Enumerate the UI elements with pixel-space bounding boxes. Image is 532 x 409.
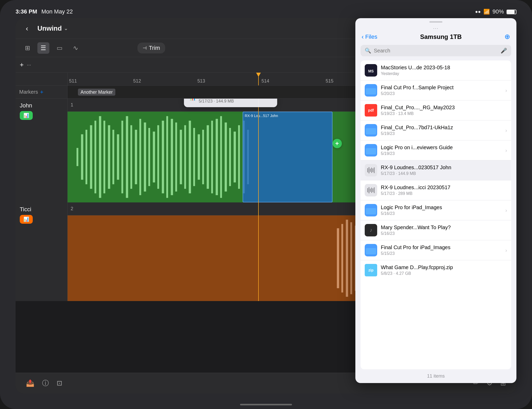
- battery-bar: [507, 10, 516, 14]
- fcp-sample-icon: [365, 84, 377, 97]
- tooltip-content: 📊 RX-9 Loudnes...0230517 John 5/17/23 · …: [189, 99, 272, 104]
- svg-rect-11: [126, 116, 128, 198]
- logic-guide-name: Logic Pro on i...eviewers Guide: [381, 145, 502, 151]
- files-list: MS MacStories U...de 2023-05-18 Yesterda…: [361, 60, 511, 369]
- region-view-button[interactable]: ▭: [54, 42, 66, 54]
- mic-icon[interactable]: 🎤: [501, 47, 507, 54]
- svg-rect-2: [85, 130, 87, 184]
- automation-button[interactable]: ∿: [70, 42, 81, 54]
- svg-rect-5: [99, 116, 101, 198]
- svg-rect-32: [220, 116, 222, 198]
- file-item-fcp-pdf[interactable]: pdf Final_Cut_Pro...._RG_May2023 5/19/23…: [361, 100, 511, 120]
- svg-rect-21: [171, 119, 173, 195]
- files-action-button[interactable]: ⊕: [504, 33, 510, 41]
- ipad-frame: 3:36 PM Mon May 22 ●● 📶 90% ‹ Unwind ⌄ ⏮: [0, 0, 532, 409]
- svg-rect-90: [371, 168, 372, 173]
- john-plugin-icon: 📊: [23, 113, 29, 118]
- handle-bar: [429, 21, 442, 23]
- trim-button[interactable]: ⊣ Trim: [137, 43, 165, 53]
- macstories-info: MacStories U...de 2023-05-18 Yesterday: [381, 65, 507, 76]
- battery-icon: 90%: [493, 8, 516, 15]
- svg-rect-86: [366, 148, 376, 154]
- more-options-button[interactable]: ···: [27, 62, 31, 68]
- svg-rect-82: [366, 88, 376, 94]
- what-game-meta: 5/8/23 · 4.27 GB: [381, 271, 507, 276]
- svg-rect-1: [81, 134, 83, 180]
- track-view-button[interactable]: ☰: [37, 42, 49, 54]
- what-game-icon: zip: [365, 264, 377, 276]
- files-panel: ··· ‹ Files Samsung 1TB ⊕ 🔍 🎤 MS: [355, 18, 516, 383]
- svg-rect-98: [374, 187, 375, 193]
- file-item-rx9-john[interactable]: RX-9 Loudnes...0230517 John 5/17/23 · 14…: [361, 160, 511, 180]
- file-item-fcp-images[interactable]: Final Cut Pro for iPad_Images 5/15/23 ›: [361, 240, 511, 260]
- file-item-mary-spender[interactable]: ♪ Mary Spender...Want To Play? 5/16/23: [361, 220, 511, 240]
- ticci-track-header: Ticci 📊: [16, 202, 68, 301]
- file-item-rx9-ticci[interactable]: RX-9 Loudnes...icci 20230517 5/17/23 · 2…: [361, 180, 511, 200]
- file-item-macstories[interactable]: MS MacStories U...de 2023-05-18 Yesterda…: [361, 60, 511, 80]
- add-track-button[interactable]: +: [20, 61, 24, 69]
- svg-rect-23: [180, 130, 182, 184]
- svg-rect-30: [211, 121, 213, 193]
- svg-rect-19: [162, 121, 164, 193]
- ticci-plugin-button[interactable]: 📊: [20, 215, 33, 224]
- logic-images-name: Logic Pro for iPad_Images: [381, 204, 502, 210]
- john-plugin-button[interactable]: 📊: [20, 111, 33, 120]
- logic-images-icon: [365, 204, 377, 216]
- file-item-logic-images[interactable]: Logic Pro for iPad_Images 5/16/23 ›: [361, 200, 511, 220]
- svg-rect-17: [153, 132, 155, 182]
- svg-rect-104: [366, 248, 376, 254]
- macstories-icon: MS: [365, 64, 377, 77]
- trim-icon: ⊣: [143, 45, 147, 51]
- logic-images-meta: 5/16/23: [381, 211, 502, 216]
- fcp-images-meta: 5/15/23: [381, 251, 502, 256]
- back-button[interactable]: ‹: [22, 23, 32, 34]
- svg-rect-25: [189, 121, 191, 193]
- info-button[interactable]: ⓘ: [42, 379, 49, 388]
- file-item-fcp-sample[interactable]: Final Cut Pro f...Sample Project 5/20/23…: [361, 80, 511, 100]
- files-search-bar: 🔍 🎤: [361, 45, 511, 56]
- svg-rect-88: [369, 167, 369, 173]
- files-panel-header: ‹ Files Samsung 1TB ⊕: [355, 33, 516, 45]
- file-item-logic-guide[interactable]: Logic Pro on i...eviewers Guide 5/19/23 …: [361, 140, 511, 160]
- fcp-folder-icon: [365, 124, 377, 137]
- svg-rect-92: [374, 167, 375, 173]
- plus-indicator[interactable]: +: [332, 139, 342, 148]
- search-input[interactable]: [374, 48, 498, 54]
- ruler-mark-512: 512: [132, 78, 196, 84]
- project-name: Unwind ⌄: [37, 24, 68, 32]
- what-game-name: What Game D...Play.fcpproj.zip: [381, 264, 507, 270]
- fcp-pdf-icon: pdf: [365, 104, 377, 117]
- fcp-sample-meta: 5/20/23: [381, 91, 502, 96]
- fcp-sample-chevron: ›: [505, 87, 507, 93]
- svg-rect-84: [366, 128, 376, 134]
- mary-spender-name: Mary Spender...Want To Play?: [381, 224, 507, 230]
- file-item-fcp-folder[interactable]: Final_Cut_Pro...7bd71-UkHa1z 5/19/23 ›: [361, 120, 511, 140]
- rx9-ticci-meta: 5/17/23 · 289 MB: [381, 191, 507, 196]
- grid-view-button[interactable]: ⊞: [22, 42, 33, 54]
- fcp-folder-name: Final_Cut_Pro...7bd71-UkHa1z: [381, 125, 502, 131]
- mary-spender-info: Mary Spender...Want To Play? 5/16/23: [381, 224, 507, 236]
- project-dropdown-icon[interactable]: ⌄: [64, 26, 68, 31]
- layout-button[interactable]: ⊡: [57, 379, 62, 387]
- export-button[interactable]: 📤: [26, 379, 34, 387]
- file-item-what-game[interactable]: zip What Game D...Play.fcpproj.zip 5/8/2…: [361, 260, 511, 280]
- chevron-left-icon: ‹: [362, 33, 364, 40]
- selected-clip[interactable]: RX-9 Lou...517 John: [243, 112, 332, 202]
- rx9-john-icon: [365, 164, 377, 176]
- what-game-info: What Game D...Play.fcpproj.zip 5/8/23 · …: [381, 264, 507, 276]
- status-bar: 3:36 PM Mon May 22 ●● 📶 90%: [16, 5, 516, 18]
- svg-rect-93: [367, 188, 368, 192]
- mary-spender-meta: 5/16/23: [381, 231, 507, 236]
- fcp-sample-name: Final Cut Pro f...Sample Project: [381, 85, 502, 91]
- files-back-button[interactable]: ‹ Files: [362, 33, 377, 40]
- logic-guide-meta: 5/19/23: [381, 151, 502, 156]
- ruler-mark-514: 514: [260, 78, 324, 84]
- add-marker-button[interactable]: +: [40, 89, 43, 96]
- signal-icon: ●●: [475, 9, 481, 15]
- playhead-ruler: [258, 73, 259, 85]
- svg-rect-87: [367, 168, 368, 172]
- svg-rect-50: [337, 228, 339, 288]
- svg-rect-26: [193, 128, 195, 186]
- svg-rect-100: [366, 208, 376, 214]
- fcp-sample-info: Final Cut Pro f...Sample Project 5/20/23: [381, 85, 502, 96]
